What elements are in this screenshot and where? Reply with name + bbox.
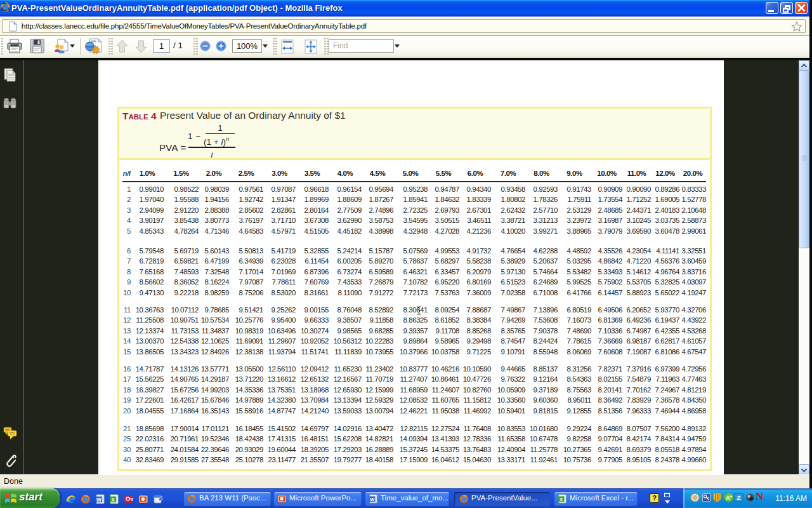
svg-text:W: W	[370, 497, 375, 502]
svg-text:X: X	[560, 497, 563, 502]
svg-text:Z: Z	[737, 494, 740, 501]
svg-text:W: W	[96, 497, 102, 503]
svg-text:X: X	[111, 497, 115, 503]
svg-text:A: A	[726, 495, 730, 501]
